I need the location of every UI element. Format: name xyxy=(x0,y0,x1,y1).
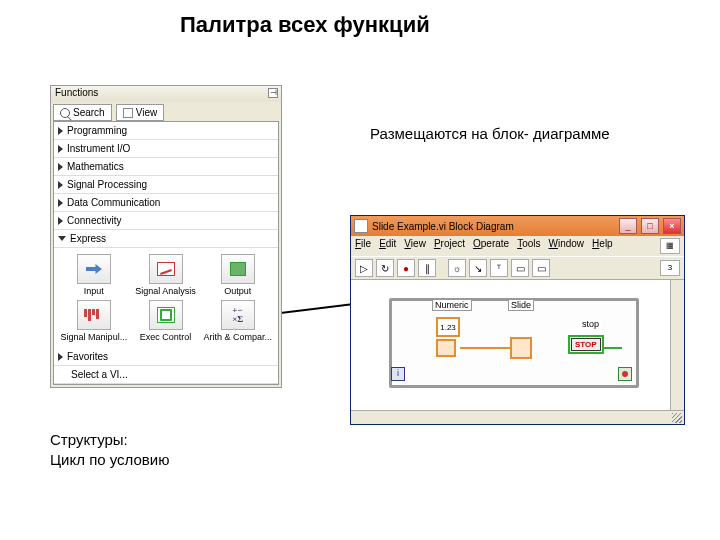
run-continuous-button[interactable]: ↻ xyxy=(376,259,394,277)
tab-view-label: View xyxy=(136,107,158,118)
cat-favorites[interactable]: Favorites xyxy=(54,348,278,366)
numeric-control-icon[interactable] xyxy=(436,339,456,357)
chevron-right-icon xyxy=(58,163,63,171)
caption-structures: Структуры: Цикл по условию xyxy=(50,430,169,469)
sub-input[interactable]: Input xyxy=(60,254,128,296)
toolbar: ▷ ↻ ● ∥ ☼ ↘ ᵀ ▭ ▭ 3 xyxy=(351,256,684,280)
sub-sig-analysis-label: Signal Analysis xyxy=(135,286,196,296)
align-button[interactable]: ▭ xyxy=(511,259,529,277)
iteration-terminal[interactable]: i xyxy=(391,367,405,381)
abort-button[interactable]: ● xyxy=(397,259,415,277)
cat-label: Programming xyxy=(67,125,127,136)
menu-operate[interactable]: Operate xyxy=(473,238,509,254)
highlight-button[interactable]: ☼ xyxy=(448,259,466,277)
cat-label: Data Communication xyxy=(67,197,160,208)
chevron-right-icon xyxy=(58,145,63,153)
chevron-right-icon xyxy=(58,181,63,189)
chevron-right-icon xyxy=(58,127,63,135)
cat-signal-processing[interactable]: Signal Processing xyxy=(54,176,278,194)
stop-button-text: STOP xyxy=(571,338,601,351)
tab-view[interactable]: View xyxy=(116,104,165,121)
cat-label: Mathematics xyxy=(67,161,124,172)
palette-title-text: Functions xyxy=(55,87,98,98)
menu-file[interactable]: FFileile xyxy=(355,238,371,254)
functions-palette: Functions ⊣ Search View Programming Inst… xyxy=(50,85,282,388)
sub-exec-ctrl-label: Exec Control xyxy=(140,332,192,342)
close-button[interactable]: × xyxy=(663,218,681,234)
maximize-button[interactable]: □ xyxy=(641,218,659,234)
titlebar[interactable]: Slide Example.vi Block Diagram _ □ × xyxy=(351,216,684,236)
stop-button-node[interactable]: STOP xyxy=(568,335,604,354)
resize-grip[interactable] xyxy=(672,413,682,423)
menubar: FFileile Edit View Project Operate Tools… xyxy=(351,236,684,256)
cat-label: Signal Processing xyxy=(67,179,147,190)
vertical-scrollbar[interactable] xyxy=(670,280,684,410)
caption-placement: Размещаются на блок- диаграмме xyxy=(370,125,610,142)
input-icon xyxy=(77,254,111,284)
palette-body: Programming Instrument I/O Mathematics S… xyxy=(53,121,279,385)
minimize-button[interactable]: _ xyxy=(619,218,637,234)
wire-stop-cond xyxy=(604,347,622,349)
arith-icon: +−×Σ xyxy=(221,300,255,330)
sub-exec-control[interactable]: Exec Control xyxy=(132,300,200,342)
cat-express[interactable]: Express xyxy=(54,230,278,248)
cat-label: Favorites xyxy=(67,351,108,362)
diagram-canvas[interactable]: Numeric 1.23 Slide stop STOP i xyxy=(351,280,684,410)
conditional-terminal[interactable] xyxy=(618,367,632,381)
cat-label: Express xyxy=(70,233,106,244)
step-button[interactable]: ↘ xyxy=(469,259,487,277)
search-icon xyxy=(60,108,70,118)
slide-label: Slide xyxy=(508,299,534,311)
menu-project[interactable]: Project xyxy=(434,238,465,254)
menu-edit[interactable]: Edit xyxy=(379,238,396,254)
slide-indicator-icon[interactable] xyxy=(510,337,532,359)
sub-signal-analysis[interactable]: Signal Analysis xyxy=(132,254,200,296)
stop-label: stop xyxy=(580,319,601,329)
distribute-button[interactable]: ▭ xyxy=(532,259,550,277)
sub-signal-manip[interactable]: Signal Manipul... xyxy=(60,300,128,342)
tab-search-label: Search xyxy=(73,107,105,118)
cat-label: Select a VI... xyxy=(71,369,128,380)
run-button[interactable]: ▷ xyxy=(355,259,373,277)
chevron-down-icon xyxy=(58,236,66,241)
cat-connectivity[interactable]: Connectivity xyxy=(54,212,278,230)
pin-icon[interactable]: ⊣ xyxy=(268,88,278,98)
vi-icon[interactable]: 3 xyxy=(660,260,680,276)
numeric-terminal[interactable]: 1.23 xyxy=(436,317,460,337)
wire-numeric-slide xyxy=(460,347,512,349)
pause-button[interactable]: ∥ xyxy=(418,259,436,277)
cat-programming[interactable]: Programming xyxy=(54,122,278,140)
menu-tools[interactable]: Tools xyxy=(517,238,540,254)
sub-output-label: Output xyxy=(224,286,251,296)
signal-manip-icon xyxy=(77,300,111,330)
app-icon xyxy=(354,219,368,233)
tab-search[interactable]: Search xyxy=(53,104,112,121)
sub-sig-manip-label: Signal Manipul... xyxy=(61,332,128,342)
menu-help[interactable]: Help xyxy=(592,238,613,254)
cat-select-vi[interactable]: Select a VI... xyxy=(54,366,278,384)
menu-window[interactable]: Window xyxy=(549,238,585,254)
sub-input-label: Input xyxy=(84,286,104,296)
font-button[interactable]: ᵀ xyxy=(490,259,508,277)
view-icon xyxy=(123,108,133,118)
palette-titlebar[interactable]: Functions ⊣ xyxy=(51,86,281,102)
palette-tabs: Search View xyxy=(51,102,281,121)
menu-view[interactable]: View xyxy=(404,238,426,254)
exec-control-icon xyxy=(149,300,183,330)
express-subpalette: Input Signal Analysis Output Signal Mani… xyxy=(54,248,278,348)
cat-label: Instrument I/O xyxy=(67,143,130,154)
sub-arith-label: Arith & Compar... xyxy=(203,332,272,342)
caption-structures-line2: Цикл по условию xyxy=(50,450,169,470)
block-diagram-window: Slide Example.vi Block Diagram _ □ × FFi… xyxy=(350,215,685,425)
page-title: Палитра всех функций xyxy=(180,12,430,38)
cat-mathematics[interactable]: Mathematics xyxy=(54,158,278,176)
sub-arith-compar[interactable]: +−×ΣArith & Compar... xyxy=(203,300,272,342)
numeric-label: Numeric xyxy=(432,299,472,311)
chevron-right-icon xyxy=(58,217,63,225)
sub-output[interactable]: Output xyxy=(203,254,272,296)
while-loop[interactable]: Numeric 1.23 Slide stop STOP i xyxy=(389,298,639,388)
cat-instrument-io[interactable]: Instrument I/O xyxy=(54,140,278,158)
caption-structures-line1: Структуры: xyxy=(50,430,169,450)
context-help-icon[interactable]: ▦ xyxy=(660,238,680,254)
cat-data-communication[interactable]: Data Communication xyxy=(54,194,278,212)
